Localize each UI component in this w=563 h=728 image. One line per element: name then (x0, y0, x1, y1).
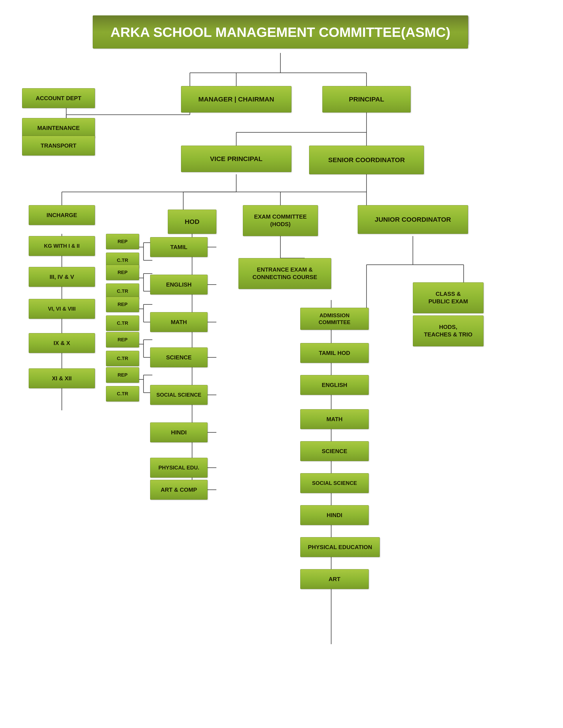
rep2-node: REP (106, 265, 139, 280)
principal-node: PRINCIPAL (322, 86, 411, 113)
kg-node: KG WITH I & II (29, 236, 95, 256)
math-sub-node: MATH (300, 409, 369, 429)
vice-principal-node: VICE PRINCIPAL (181, 146, 292, 172)
physical-edu-node: PHYSICAL EDU. (150, 458, 207, 478)
science-hod-node: SCIENCE (150, 347, 207, 367)
science-sub-node: SCIENCE (300, 441, 369, 461)
maintenance-node: MAINTENANCE (22, 118, 95, 138)
rep4-node: REP (106, 332, 139, 347)
math-hod-node: MATH (150, 312, 207, 332)
english-hod-node: ENGLISH (150, 275, 207, 295)
hindi-hod-node: HINDI (150, 422, 207, 442)
ix-x-node: IX & X (29, 333, 95, 353)
manager-node: MANAGER | CHAIRMAN (181, 86, 292, 113)
tamil-hod-node: TAMIL (150, 237, 207, 257)
art-comp-node: ART & COMP (150, 480, 207, 500)
social-science-hod-node: SOCIAL SCIENCE (150, 385, 207, 405)
social-science-sub-node: SOCIAL SCIENCE (300, 473, 369, 493)
hods-teaches-trio-node: HODS, TEACHES & TRIO (413, 315, 484, 346)
art-node: ART (300, 569, 369, 589)
hod-node: HOD (168, 210, 216, 234)
senior-coordinator-node: SENIOR COORDINATOR (309, 146, 424, 174)
page: ARKA SCHOOL MANAGEMENT COMMITTEE(ASMC) (0, 0, 563, 728)
entrance-exam-node: ENTRANCE EXAM & CONNECTING COURSE (238, 258, 331, 289)
english-sub-node: ENGLISH (300, 375, 369, 395)
incharge-node: INCHARGE (29, 205, 95, 225)
iii-v-node: III, IV & V (29, 267, 95, 287)
ctr3-node: C.TR (106, 315, 139, 331)
transport-node: TRANSPORT (22, 136, 95, 156)
class-public-exam-node: CLASS & PUBLIC EXAM (413, 282, 484, 313)
ctr5-node: C.TR (106, 386, 139, 402)
xi-xii-node: XI & XII (29, 368, 95, 388)
ctr4-node: C.TR (106, 351, 139, 366)
rep5-node: REP (106, 367, 139, 383)
physical-education-node: PHYSICAL EDUCATION (300, 537, 380, 557)
tamil-sub-node: TAMIL HOD (300, 343, 369, 363)
rep3-node: REP (106, 297, 139, 312)
junior-coordinator-node: JUNIOR COORDINATOR (358, 205, 468, 234)
hindi-sub-node: HINDI (300, 505, 369, 525)
rep1-node: REP (106, 234, 139, 249)
account-dept-node: ACCOUNT DEPT (22, 88, 95, 108)
vi-viii-node: VI, VI & VIII (29, 299, 95, 319)
title-node: ARKA SCHOOL MANAGEMENT COMMITTEE(ASMC) (93, 15, 468, 49)
exam-committee-node: EXAM COMMITTEE (HODS) (243, 205, 318, 236)
admission-committee-node: ADMISSION COMMITTEE (300, 308, 369, 330)
